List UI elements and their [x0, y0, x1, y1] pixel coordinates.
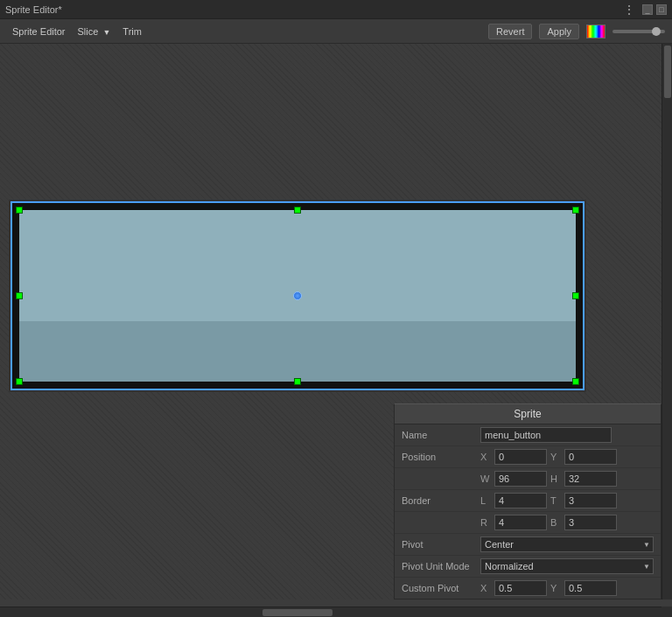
menu-dots-icon[interactable]: ⋮ — [623, 3, 635, 17]
zoom-slider-container — [612, 30, 665, 33]
toolbar-right: Revert Apply — [488, 24, 665, 39]
border-t-label: T — [550, 495, 561, 506]
scrollbar-horizontal-thumb[interactable] — [262, 609, 332, 616]
name-row: Name — [395, 424, 661, 446]
sprite-bottom-band — [19, 321, 576, 382]
scrollbar-vertical-thumb[interactable] — [664, 46, 671, 98]
title-text: Sprite Editor* — [5, 4, 623, 15]
pos-y-label: Y — [550, 452, 561, 462]
position-row-2: W H — [395, 468, 661, 490]
handle-bottom-right[interactable] — [572, 378, 579, 385]
pos-w-label: W — [480, 473, 491, 484]
sprite-container — [9, 200, 586, 392]
border-r-label: R — [480, 517, 491, 528]
custom-pivot-x-input[interactable] — [494, 580, 547, 596]
scrollbar-corner — [662, 606, 672, 617]
title-controls: ⋮ _ □ — [623, 3, 667, 17]
border-label: Border — [402, 495, 480, 506]
position-wh: W H — [480, 471, 617, 487]
toolbar-menu: Sprite Editor Slice ▼ Trim — [7, 25, 147, 39]
color-picker-icon[interactable] — [586, 25, 606, 39]
properties-panel: Sprite Name Position X Y W H Border L T — [394, 403, 662, 599]
maximize-button[interactable]: □ — [656, 4, 667, 15]
custom-pivot-y-input[interactable] — [564, 580, 617, 596]
pivot-unit-row: Pivot Unit Mode Normalized Pixels — [395, 556, 661, 578]
border-l-input[interactable] — [494, 493, 547, 508]
position-w-input[interactable] — [494, 471, 547, 487]
position-row-1: Position X Y — [395, 446, 661, 468]
sprite-outer-frame — [9, 200, 586, 392]
name-input[interactable] — [480, 427, 612, 443]
toolbar: Sprite Editor Slice ▼ Trim Revert Apply — [0, 19, 672, 44]
custom-pivot-x-label: X — [480, 583, 491, 593]
border-l-label: L — [480, 495, 491, 506]
position-x-input[interactable] — [494, 449, 547, 465]
border-t-input[interactable] — [564, 493, 617, 508]
handle-bottom-left[interactable] — [16, 378, 23, 385]
handle-middle-right[interactable] — [572, 292, 579, 299]
panel-header: Sprite — [395, 404, 661, 424]
pivot-point[interactable] — [291, 290, 304, 302]
zoom-slider-thumb[interactable] — [652, 27, 661, 36]
pivot-unit-label: Pivot Unit Mode — [402, 561, 480, 571]
position-y-input[interactable] — [564, 449, 617, 465]
zoom-slider-track — [612, 30, 665, 33]
pivot-row: Pivot Center TopLeft TopRight BottomLeft… — [395, 534, 661, 556]
position-xy: X Y — [480, 449, 617, 465]
menu-trim[interactable]: Trim — [117, 25, 147, 39]
pivot-inner-dot — [293, 291, 302, 300]
border-rb: R B — [480, 515, 617, 530]
border-row-2: R B — [395, 512, 661, 534]
pivot-select-wrapper: Center TopLeft TopRight BottomLeft Botto… — [480, 536, 654, 552]
handle-middle-left[interactable] — [16, 292, 23, 299]
border-lt: L T — [480, 493, 617, 508]
name-label: Name — [402, 430, 480, 440]
handle-top-right[interactable] — [572, 207, 579, 214]
pivot-unit-select-wrapper: Normalized Pixels — [480, 558, 654, 574]
scrollbar-vertical[interactable] — [662, 44, 672, 599]
pos-h-label: H — [550, 473, 561, 484]
border-row-1: Border L T — [395, 490, 661, 512]
scrollbar-horizontal[interactable] — [0, 606, 662, 617]
custom-pivot-y-label: Y — [550, 583, 561, 593]
position-h-input[interactable] — [564, 471, 617, 487]
pivot-select[interactable]: Center TopLeft TopRight BottomLeft Botto… — [480, 536, 654, 552]
minimize-button[interactable]: _ — [642, 4, 653, 15]
apply-button[interactable]: Apply — [539, 24, 579, 39]
menu-sprite-editor[interactable]: Sprite Editor — [7, 25, 71, 39]
border-b-label: B — [550, 517, 561, 528]
border-b-input[interactable] — [564, 515, 617, 530]
custom-pivot-label: Custom Pivot — [402, 583, 480, 593]
handle-top-middle[interactable] — [294, 207, 301, 214]
custom-pivot-xy: X Y — [480, 580, 617, 596]
title-bar: Sprite Editor* ⋮ _ □ — [0, 0, 672, 19]
slice-arrow-icon: ▼ — [102, 28, 110, 37]
border-r-input[interactable] — [494, 515, 547, 530]
handle-bottom-middle[interactable] — [294, 378, 301, 385]
handle-top-left[interactable] — [16, 207, 23, 214]
position-label: Position — [402, 452, 480, 462]
pivot-unit-select[interactable]: Normalized Pixels — [480, 558, 654, 574]
menu-slice[interactable]: Slice ▼ — [73, 25, 116, 39]
pos-x-label: X — [480, 452, 491, 462]
custom-pivot-row: Custom Pivot X Y — [395, 578, 661, 599]
pivot-label: Pivot — [402, 539, 480, 550]
revert-button[interactable]: Revert — [488, 24, 532, 39]
